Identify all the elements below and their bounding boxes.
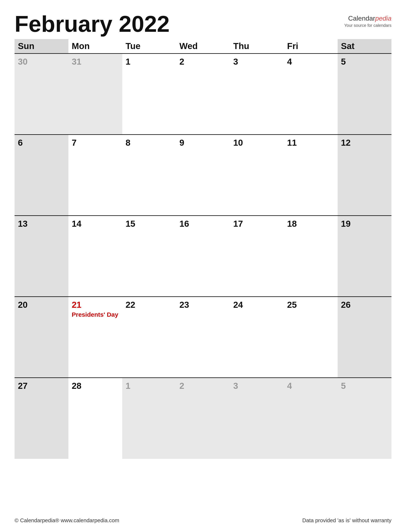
calendar-cell[interactable]: 5 <box>338 54 392 135</box>
calendar-cell[interactable]: 4 <box>284 54 338 135</box>
calendar-cell[interactable]: 8 <box>122 135 176 216</box>
day-number: 21 <box>72 300 119 310</box>
day-number: 23 <box>179 300 227 310</box>
calendar-cell[interactable]: 21Presidents' Day <box>68 297 122 378</box>
calendar-cell[interactable]: 27 <box>14 378 68 459</box>
header-wed: Wed <box>176 39 230 54</box>
day-number: 30 <box>18 57 65 67</box>
header-sat: Sat <box>338 39 392 54</box>
calendar-cell[interactable]: 17 <box>230 216 284 297</box>
footer-copyright: © Calendarpedia® www.calendarpedia.com <box>14 517 119 524</box>
calendar-cell[interactable]: 12 <box>338 135 392 216</box>
week-row-1: 303112345 <box>14 54 392 135</box>
calendar-cell[interactable]: 30 <box>14 54 68 135</box>
day-number: 9 <box>179 138 227 148</box>
day-number: 13 <box>18 219 65 229</box>
day-number: 28 <box>72 381 119 391</box>
day-number: 6 <box>18 138 65 148</box>
day-number: 4 <box>287 57 334 67</box>
calendar-cell[interactable]: 22 <box>122 297 176 378</box>
day-number: 16 <box>179 219 227 229</box>
calendar-cell[interactable]: 2 <box>176 54 230 135</box>
header-mon: Mon <box>68 39 122 54</box>
day-number: 3 <box>233 381 280 391</box>
calendar-cell[interactable]: 28 <box>68 378 122 459</box>
footer-warranty: Data provided 'as is' without warranty <box>302 517 392 524</box>
weekday-header-row: Sun Mon Tue Wed Thu Fri Sat <box>14 39 392 54</box>
calendar-cell[interactable]: 6 <box>14 135 68 216</box>
day-number: 5 <box>341 57 388 67</box>
day-number: 4 <box>287 381 334 391</box>
holiday-label: Presidents' Day <box>72 311 119 318</box>
calendar-cell[interactable]: 15 <box>122 216 176 297</box>
day-number: 22 <box>126 300 173 310</box>
day-number: 17 <box>233 219 280 229</box>
day-number: 24 <box>233 300 280 310</box>
calendar-cell[interactable]: 16 <box>176 216 230 297</box>
day-number: 8 <box>126 138 173 148</box>
week-row-5: 272812345 <box>14 378 392 459</box>
calendar-cell[interactable]: 10 <box>230 135 284 216</box>
day-number: 1 <box>126 57 173 67</box>
calendar-table: Sun Mon Tue Wed Thu Fri Sat 303112345678… <box>14 39 392 459</box>
day-number: 19 <box>341 219 388 229</box>
day-number: 20 <box>18 300 65 310</box>
day-number: 2 <box>179 381 227 391</box>
day-number: 26 <box>341 300 388 310</box>
calendar-cell[interactable]: 1 <box>122 378 176 459</box>
day-number: 15 <box>126 219 173 229</box>
header-tue: Tue <box>122 39 176 54</box>
day-number: 11 <box>287 138 334 148</box>
header-fri: Fri <box>284 39 338 54</box>
calendar-cell[interactable]: 23 <box>176 297 230 378</box>
calendar-cell[interactable]: 9 <box>176 135 230 216</box>
header-thu: Thu <box>230 39 284 54</box>
calendar-cell[interactable]: 5 <box>338 378 392 459</box>
calendar-cell[interactable]: 25 <box>284 297 338 378</box>
day-number: 27 <box>18 381 65 391</box>
month-title: February 2022 <box>14 13 170 35</box>
calendar-cell[interactable]: 7 <box>68 135 122 216</box>
calendar-cell[interactable]: 19 <box>338 216 392 297</box>
day-number: 14 <box>72 219 119 229</box>
calendar-cell[interactable]: 4 <box>284 378 338 459</box>
brand-pedia: pedia <box>375 14 392 22</box>
day-number: 2 <box>179 57 227 67</box>
calendar-cell[interactable]: 26 <box>338 297 392 378</box>
calendar-cell[interactable]: 24 <box>230 297 284 378</box>
calendar-cell[interactable]: 3 <box>230 378 284 459</box>
day-number: 25 <box>287 300 334 310</box>
calendar-cell[interactable]: 1 <box>122 54 176 135</box>
calendar-cell[interactable]: 2 <box>176 378 230 459</box>
day-number: 31 <box>72 57 119 67</box>
calendar-header: Sun Mon Tue Wed Thu Fri Sat <box>14 39 392 54</box>
day-number: 10 <box>233 138 280 148</box>
week-row-3: 13141516171819 <box>14 216 392 297</box>
day-number: 3 <box>233 57 280 67</box>
day-number: 12 <box>341 138 388 148</box>
day-number: 18 <box>287 219 334 229</box>
calendar-cell[interactable]: 3 <box>230 54 284 135</box>
brand-calendar: Calendar <box>348 14 375 22</box>
day-number: 5 <box>341 381 388 391</box>
day-number: 1 <box>126 381 173 391</box>
calendar-cell[interactable]: 14 <box>68 216 122 297</box>
calendar-cell[interactable]: 11 <box>284 135 338 216</box>
calendar-body: 3031123456789101112131415161718192021Pre… <box>14 54 392 459</box>
brand-name: Calendarpedia <box>344 14 392 22</box>
brand-tagline: Your source for calendars <box>344 23 392 28</box>
header-sun: Sun <box>14 39 68 54</box>
calendar-cell[interactable]: 31 <box>68 54 122 135</box>
week-row-2: 6789101112 <box>14 135 392 216</box>
week-row-4: 2021Presidents' Day2223242526 <box>14 297 392 378</box>
page-header: February 2022 Calendarpedia Your source … <box>14 13 392 35</box>
brand-logo: Calendarpedia Your source for calendars <box>344 13 392 28</box>
calendar-cell[interactable]: 18 <box>284 216 338 297</box>
calendar-cell[interactable]: 13 <box>14 216 68 297</box>
page-footer: © Calendarpedia® www.calendarpedia.com D… <box>14 517 392 524</box>
day-number: 7 <box>72 138 119 148</box>
calendar-cell[interactable]: 20 <box>14 297 68 378</box>
